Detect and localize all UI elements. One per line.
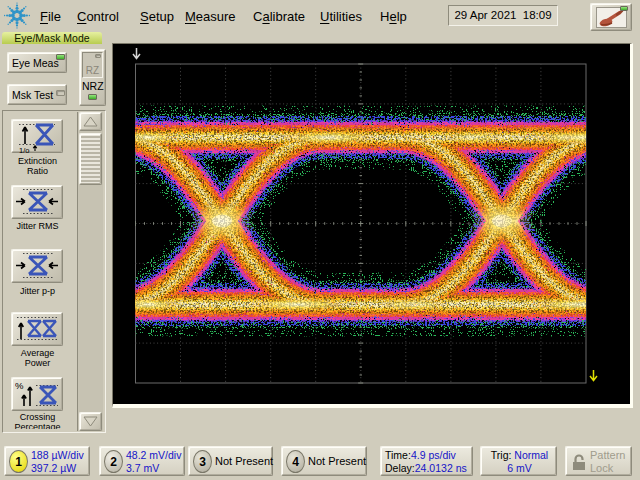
svg-text:%: % <box>15 380 24 391</box>
svg-text:1/o: 1/o <box>19 146 29 153</box>
